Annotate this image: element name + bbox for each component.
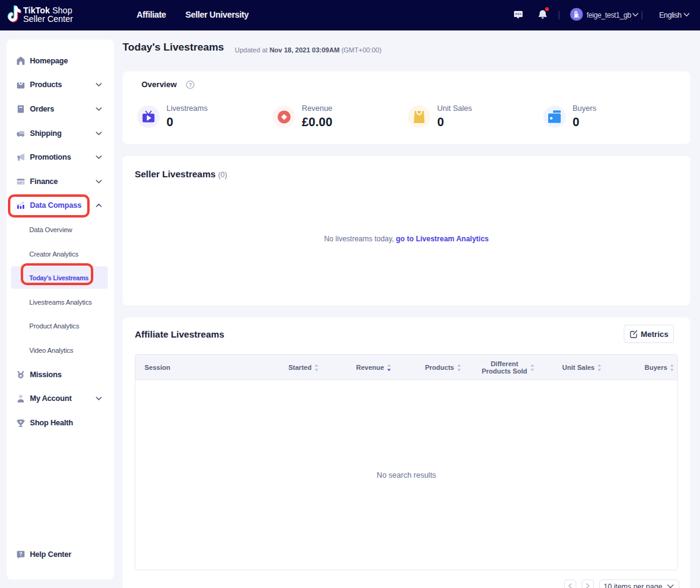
svg-text:?: ? <box>188 82 191 88</box>
svg-text:?: ? <box>19 551 22 558</box>
